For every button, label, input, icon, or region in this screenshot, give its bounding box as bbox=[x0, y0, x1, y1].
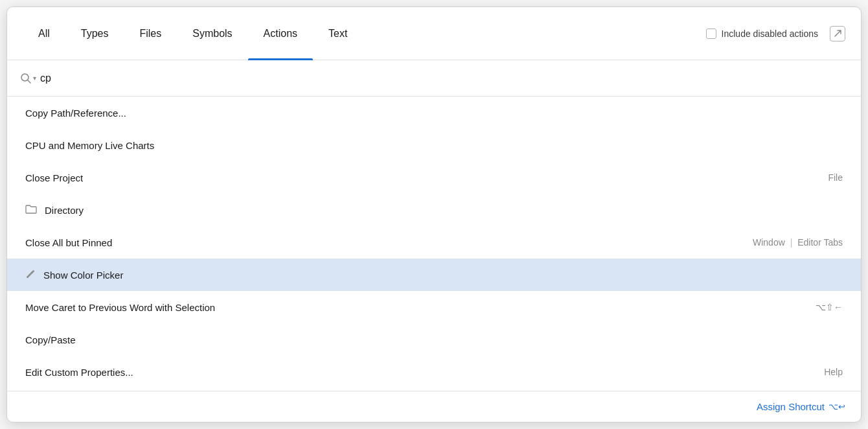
tab-text[interactable]: Text bbox=[313, 7, 363, 60]
search-input[interactable] bbox=[40, 73, 848, 84]
result-item-copy-paste[interactable]: Copy/Paste bbox=[7, 323, 861, 356]
folder-icon bbox=[25, 204, 37, 216]
result-item-move-caret[interactable]: Move Caret to Previous Word with Selecti… bbox=[7, 291, 861, 323]
bottom-bar: Assign Shortcut ⌥↩ bbox=[7, 391, 861, 422]
result-item-edit-custom[interactable]: Edit Custom Properties... Help bbox=[7, 356, 861, 388]
search-dialog: All Types Files Symbols Actions Text Inc… bbox=[6, 6, 862, 423]
svg-line-1 bbox=[28, 80, 31, 83]
corner-button[interactable] bbox=[830, 26, 845, 41]
search-icon-wrap[interactable]: ▾ bbox=[20, 73, 36, 84]
result-item-show-color-picker[interactable]: Show Color Picker bbox=[7, 259, 861, 291]
include-disabled-checkbox[interactable] bbox=[706, 29, 716, 39]
eyedropper-icon bbox=[25, 269, 36, 281]
tab-bar: All Types Files Symbols Actions Text Inc… bbox=[7, 7, 861, 60]
result-item-directory[interactable]: Directory bbox=[7, 194, 861, 226]
tab-symbols[interactable]: Symbols bbox=[177, 7, 247, 60]
tab-types[interactable]: Types bbox=[65, 7, 124, 60]
include-disabled-label[interactable]: Include disabled actions bbox=[706, 29, 818, 39]
tab-files[interactable]: Files bbox=[124, 7, 177, 60]
search-chevron-icon[interactable]: ▾ bbox=[33, 75, 36, 82]
result-item-cpu-memory[interactable]: CPU and Memory Live Charts bbox=[7, 129, 861, 161]
results-list: Copy Path/Reference... CPU and Memory Li… bbox=[7, 97, 861, 391]
assign-shortcut-button[interactable]: Assign Shortcut ⌥↩ bbox=[757, 401, 845, 412]
result-item-copy-path[interactable]: Copy Path/Reference... bbox=[7, 97, 861, 129]
search-bar: ▾ bbox=[7, 60, 861, 97]
tab-right-controls: Include disabled actions bbox=[706, 26, 845, 41]
search-icon bbox=[20, 73, 32, 84]
tab-all[interactable]: All bbox=[23, 7, 65, 60]
tab-actions[interactable]: Actions bbox=[248, 7, 313, 60]
tabs-container: All Types Files Symbols Actions Text bbox=[23, 7, 706, 60]
result-item-close-all-pinned[interactable]: Close All but Pinned Window | Editor Tab… bbox=[7, 226, 861, 259]
result-item-close-project[interactable]: Close Project File bbox=[7, 161, 861, 194]
